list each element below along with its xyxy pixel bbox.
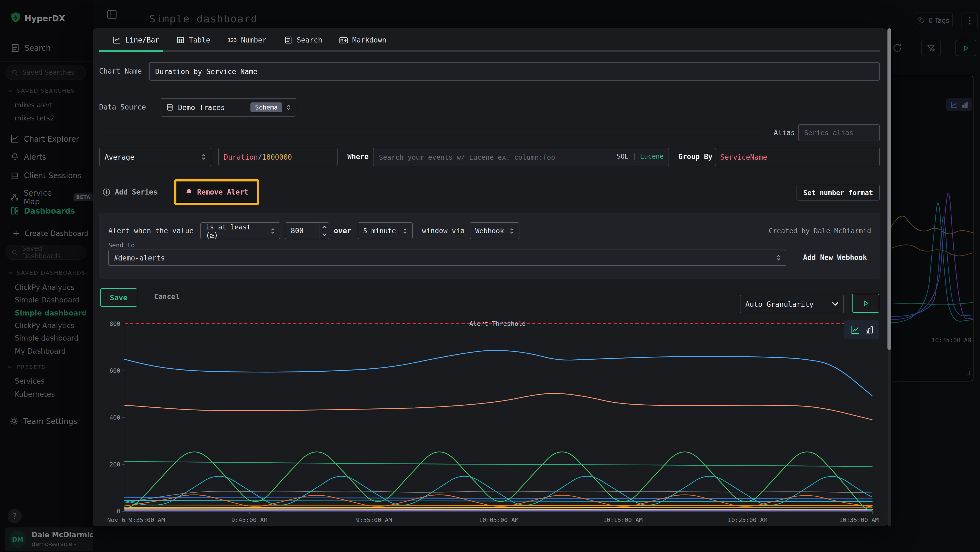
list-search-icon xyxy=(284,36,293,44)
send-to-label: Send to xyxy=(108,241,135,249)
stepper-down-button[interactable] xyxy=(320,231,329,239)
chevron-down-icon xyxy=(832,302,838,306)
data-source-label: Data Source xyxy=(99,103,146,111)
bell-filled-icon xyxy=(185,188,193,196)
updown-icon xyxy=(286,104,291,111)
aggregation-select[interactable]: Average xyxy=(99,148,211,166)
table-icon xyxy=(177,36,185,44)
query-language-toggle: SQL | Lucene xyxy=(617,153,664,160)
add-series-button[interactable]: Add Series xyxy=(102,188,158,196)
alert-window-select[interactable]: 5 minute xyxy=(358,222,413,239)
x-tick xyxy=(499,511,499,514)
x-tick xyxy=(249,511,250,514)
play-icon xyxy=(862,300,869,307)
x-tick-label: 10:15:00 AM xyxy=(603,517,643,524)
group-by-label: Group By xyxy=(678,153,713,161)
cancel-button[interactable]: Cancel xyxy=(154,293,180,301)
x-tick xyxy=(872,511,873,514)
edit-chart-modal: Line/Bar Table 123 Number Search Markdow… xyxy=(93,28,887,526)
modal-scrollbar xyxy=(888,28,891,526)
x-tick-label: 10:35:00 AM xyxy=(839,517,879,524)
active-tab-underline xyxy=(99,50,163,52)
chart-name-label: Chart Name xyxy=(99,67,142,75)
y-tick xyxy=(122,464,125,465)
window-via-label: window via xyxy=(422,227,465,235)
alert-channel-select[interactable]: Webhook xyxy=(470,222,519,239)
lucene-toggle[interactable]: Lucene xyxy=(640,153,664,160)
app-root: HyperDX Search Saved Searches SAVED SEAR… xyxy=(0,0,980,552)
updown-icon xyxy=(270,228,275,234)
y-axis-line xyxy=(125,324,125,511)
scrollbar-thumb[interactable] xyxy=(888,28,891,350)
send-to-select[interactable]: #demo-alerts xyxy=(108,250,786,266)
number-stepper xyxy=(320,223,329,239)
granularity-select[interactable]: Auto Granularity xyxy=(740,295,844,313)
series-divider xyxy=(99,132,764,132)
updown-icon xyxy=(776,254,781,261)
tab-markdown[interactable]: Markdown xyxy=(339,36,386,44)
x-tick xyxy=(125,511,125,514)
group-by-input[interactable]: ServiceName xyxy=(715,148,880,166)
x-tick xyxy=(374,511,375,514)
chart-type-toggle xyxy=(844,321,879,339)
y-tick-label: 600 xyxy=(97,367,120,374)
y-tick-label: 400 xyxy=(97,414,120,421)
where-label: Where xyxy=(347,153,369,161)
y-tick xyxy=(122,370,125,371)
stepper-up-button[interactable] xyxy=(320,223,329,231)
over-label: over xyxy=(334,226,352,235)
x-tick-label: 9:55:00 AM xyxy=(356,517,392,524)
y-tick xyxy=(122,511,125,512)
tab-line-bar[interactable]: Line/Bar xyxy=(113,36,159,44)
remove-alert-highlight: Remove Alert xyxy=(174,179,259,205)
alias-label: Alias xyxy=(774,129,795,137)
x-tick-label: 10:25:00 AM xyxy=(728,517,767,524)
chart-canvas[interactable] xyxy=(125,324,872,511)
updown-icon xyxy=(510,228,514,234)
sql-toggle[interactable]: SQL xyxy=(617,153,628,160)
database-icon xyxy=(166,104,174,111)
y-tick xyxy=(122,417,125,418)
alert-lead-text: Alert when the value xyxy=(108,227,194,235)
save-button[interactable]: Save xyxy=(100,288,137,307)
y-tick xyxy=(122,324,125,324)
tab-search[interactable]: Search xyxy=(284,36,322,44)
plus-circle-icon xyxy=(102,188,111,196)
chart-name-input[interactable] xyxy=(149,62,880,81)
where-input-wrap: SQL | Lucene xyxy=(373,148,669,166)
chart-plot-area[interactable]: Alert Threshold xyxy=(125,324,872,511)
y-tick-label: 200 xyxy=(97,461,120,468)
y-tick-label: 800 xyxy=(97,321,120,327)
tab-bar-track xyxy=(99,50,880,52)
alert-threshold-input: 800 xyxy=(285,222,329,239)
line-chart-icon[interactable] xyxy=(851,325,859,334)
tab-bar: Line/Bar Table 123 Number Search Markdow… xyxy=(99,28,880,52)
line-chart-icon xyxy=(113,36,121,44)
tab-table[interactable]: Table xyxy=(177,36,210,44)
updown-icon xyxy=(403,228,407,234)
markdown-icon xyxy=(339,36,348,44)
remove-alert-button[interactable]: Remove Alert xyxy=(185,188,248,196)
number-123-icon: 123 xyxy=(228,37,237,43)
data-source-select[interactable]: Demo Traces Schema xyxy=(161,98,296,116)
x-tick-label: Nov 6 9:35:00 AM xyxy=(107,517,165,524)
add-new-webhook-button[interactable]: Add New Webhook xyxy=(803,254,867,262)
updown-icon xyxy=(202,154,206,160)
x-tick xyxy=(748,511,748,514)
field-expression-input[interactable]: Duration/1000000 xyxy=(218,148,337,166)
tab-number[interactable]: 123 Number xyxy=(228,36,267,44)
bar-chart-icon[interactable] xyxy=(865,326,872,333)
schema-badge: Schema xyxy=(251,102,282,112)
alert-config-card: Alert when the value is at least (≥) 800… xyxy=(99,212,880,279)
y-tick-label: 0 xyxy=(97,508,120,515)
x-tick-label: 10:05:00 AM xyxy=(479,517,519,524)
run-chart-button[interactable] xyxy=(852,294,879,313)
alert-condition-select[interactable]: is at least (≥) xyxy=(200,222,280,239)
created-by-text: Created by Dale McDiarmid xyxy=(769,227,871,235)
x-axis-line xyxy=(125,511,872,512)
x-tick-label: 9:45:00 AM xyxy=(231,517,267,524)
set-number-format-button[interactable]: Set number format xyxy=(797,185,880,201)
series-alias-input[interactable] xyxy=(798,124,880,141)
x-tick xyxy=(623,511,624,514)
